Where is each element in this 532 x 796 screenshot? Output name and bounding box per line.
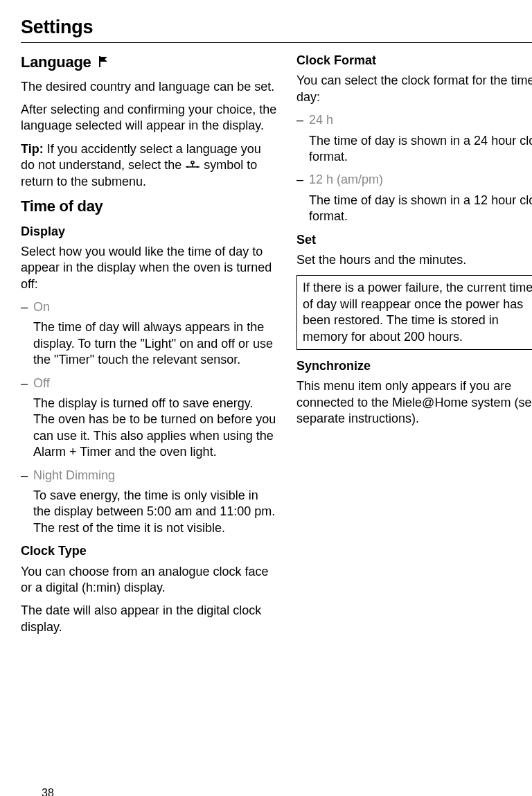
list-item: – On The time of day will always appears… xyxy=(21,299,277,369)
flag-icon xyxy=(98,53,110,73)
page-number: 38 xyxy=(42,786,54,796)
power-failure-note: If there is a power failure, the current… xyxy=(296,275,532,350)
bullet-dash: – xyxy=(296,112,309,128)
bullet-dash: – xyxy=(21,375,33,391)
time-of-day-heading: Time of day xyxy=(21,197,277,217)
svg-point-3 xyxy=(191,161,194,164)
list-item: – 12 h (am/pm) The time of day is shown … xyxy=(296,172,532,224)
right-column: Clock Format You can select the clock fo… xyxy=(296,53,532,642)
svg-point-4 xyxy=(187,166,188,168)
option-label: Off xyxy=(33,375,50,391)
horizontal-rule xyxy=(21,42,532,43)
list-item: – 24 h The time of day is shown in a 24 … xyxy=(296,112,532,165)
option-desc: To save energy, the time is only visible… xyxy=(21,488,277,536)
clock-type-p2: The date will also appear in the digital… xyxy=(21,603,277,635)
clock-type-p1: You can choose from an analogue clock fa… xyxy=(21,564,277,596)
svg-point-5 xyxy=(197,166,198,168)
language-heading: Language xyxy=(21,53,277,73)
sensor-icon xyxy=(185,159,200,168)
language-p1: The desired country and language can be … xyxy=(21,79,277,95)
set-p1: Set the hours and the minutes. xyxy=(296,252,532,268)
note-text: If there is a power failure, the current… xyxy=(303,281,532,343)
page-title: Settings xyxy=(21,15,532,39)
bullet-dash: – xyxy=(21,468,33,484)
option-desc: The time of day will always appears in t… xyxy=(21,319,277,368)
clock-format-heading: Clock Format xyxy=(296,53,532,69)
clock-format-options: – 24 h The time of day is shown in a 24 … xyxy=(296,112,532,224)
option-desc: The time of day is shown in a 12 hour cl… xyxy=(296,193,532,225)
set-heading: Set xyxy=(296,232,532,248)
display-options: – On The time of day will always appears… xyxy=(21,299,277,536)
language-p2: After selecting and confirming your choi… xyxy=(21,102,277,134)
synchronize-heading: Synchronize xyxy=(296,358,532,374)
language-heading-text: Language xyxy=(21,53,91,71)
list-item: – Off The display is turned off to save … xyxy=(21,375,277,461)
tip-label: Tip: xyxy=(21,142,44,156)
option-desc: The display is turned off to save energy… xyxy=(21,396,277,461)
option-label: 12 h (am/pm) xyxy=(309,172,383,188)
display-heading: Display xyxy=(21,224,277,240)
clock-format-intro: You can select the clock format for the … xyxy=(296,73,532,105)
display-intro: Select how you would like the time of da… xyxy=(21,244,277,292)
left-column: Language The desired country and languag… xyxy=(21,53,277,642)
content-columns: Language The desired country and languag… xyxy=(21,53,532,642)
bullet-dash: – xyxy=(296,172,309,188)
option-label: Night Dimming xyxy=(33,468,115,484)
option-desc: The time of day is shown in a 24 hour cl… xyxy=(296,133,532,166)
synchronize-p1: This menu item only appears if you are c… xyxy=(296,378,532,427)
option-label: 24 h xyxy=(309,112,333,128)
bullet-dash: – xyxy=(21,299,33,315)
list-item: – Night Dimming To save energy, the time… xyxy=(21,468,277,537)
option-label: On xyxy=(33,299,50,315)
language-tip: Tip: If you accidently select a language… xyxy=(21,141,277,190)
clock-type-heading: Clock Type xyxy=(21,543,277,559)
